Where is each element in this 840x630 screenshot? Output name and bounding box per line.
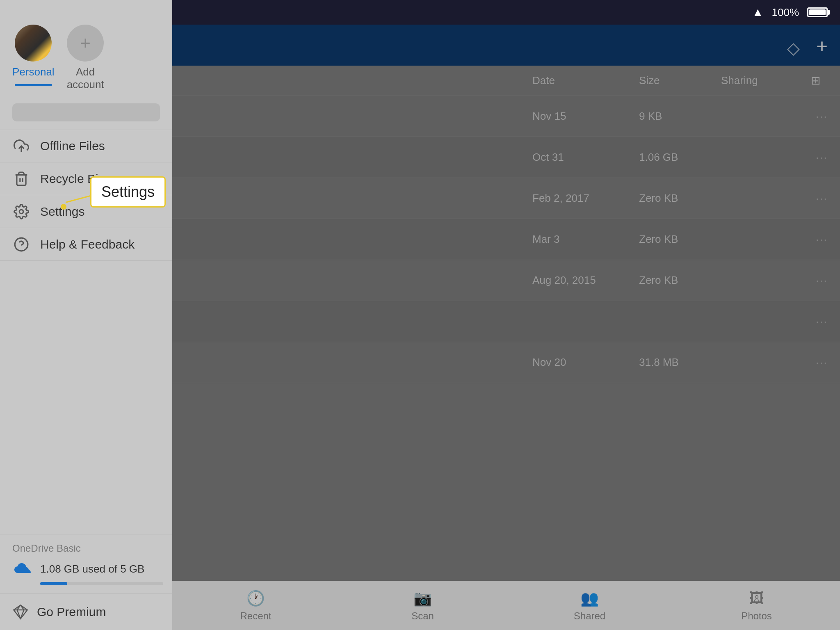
svg-point-3	[19, 210, 23, 214]
wifi-icon: ▲	[752, 6, 764, 19]
file-more-button[interactable]: ···	[803, 274, 828, 287]
add-account-label: Addaccount	[67, 66, 104, 91]
file-date: Mar 3	[532, 233, 639, 246]
add-account-button[interactable]: +	[67, 25, 104, 62]
camera-icon: 📷	[413, 590, 432, 607]
tab-bar: 🕐 Recent 📷 Scan 👥 Shared 🖼 Photos	[172, 581, 840, 630]
status-bar: ▲ 100%	[172, 0, 840, 25]
grid-view-icon: ⊞	[811, 74, 820, 87]
file-more-button[interactable]: ···	[803, 151, 828, 164]
storage-bar-fill	[40, 582, 67, 585]
offline-label: Offline Files	[40, 139, 105, 153]
table-row[interactable]: Mar 3 Zero KB ···	[172, 219, 840, 260]
tab-scan[interactable]: 📷 Scan	[339, 581, 506, 630]
file-more-button[interactable]: ···	[803, 110, 828, 123]
col-date-header: Date	[532, 74, 639, 87]
people-icon: 👥	[580, 590, 599, 607]
personal-label: Personal	[12, 66, 55, 78]
tab-recent-label: Recent	[240, 610, 271, 622]
battery-percent: 100%	[772, 6, 799, 19]
help-label: Help & Feedback	[40, 237, 135, 251]
file-size: Zero KB	[639, 233, 721, 246]
table-row[interactable]: Oct 31 1.06 GB ···	[172, 137, 840, 178]
sidebar-header: Personal + Addaccount	[0, 0, 172, 99]
file-date: Nov 15	[532, 110, 639, 123]
sidebar-item-offline[interactable]: Offline Files	[0, 130, 172, 162]
search-bar[interactable]	[12, 103, 160, 121]
col-size-header: Size	[639, 74, 721, 87]
file-date: Aug 20, 2015	[532, 274, 639, 287]
file-more-button[interactable]: ···	[803, 233, 828, 246]
file-list: Nov 15 9 KB ··· Oct 31 1.06 GB ··· Feb 2…	[172, 96, 840, 630]
file-size: 1.06 GB	[639, 151, 721, 164]
col-grid-header[interactable]: ⊞	[803, 74, 828, 87]
file-more-button[interactable]: ···	[803, 356, 828, 369]
table-row[interactable]: Nov 20 31.8 MB ···	[172, 342, 840, 383]
file-date: Oct 31	[532, 151, 639, 164]
tab-shared[interactable]: 👥 Shared	[506, 581, 673, 630]
file-more-button[interactable]: ···	[803, 192, 828, 205]
table-row[interactable]: ···	[172, 301, 840, 342]
tab-shared-label: Shared	[574, 610, 605, 622]
image-icon: 🖼	[749, 590, 764, 607]
tab-photos-label: Photos	[741, 610, 772, 622]
header-diamond-icon[interactable]: ◇	[787, 39, 800, 57]
app-container: Personal + Addaccount	[0, 0, 840, 630]
column-headers: Date Size Sharing ⊞	[172, 66, 840, 96]
file-more-button[interactable]: ···	[803, 315, 828, 328]
main-content: ▲ 100% ◇ + Date Size Sharing ⊞ Nov 15	[172, 0, 840, 630]
tab-recent[interactable]: 🕐 Recent	[172, 581, 339, 630]
table-row[interactable]: Nov 15 9 KB ···	[172, 96, 840, 137]
avatar	[15, 25, 52, 62]
clock-icon: 🕐	[247, 590, 265, 607]
settings-tooltip: Settings	[90, 176, 166, 208]
account-underline	[15, 84, 52, 86]
cloud-storage-icon	[12, 561, 33, 577]
storage-row: 1.08 GB used of 5 GB	[12, 561, 160, 577]
tab-photos[interactable]: 🖼 Photos	[673, 581, 840, 630]
file-size: Zero KB	[639, 192, 721, 205]
table-row[interactable]: Feb 2, 2017 Zero KB ···	[172, 178, 840, 219]
file-size: 31.8 MB	[639, 356, 721, 369]
storage-usage: 1.08 GB used of 5 GB	[40, 563, 144, 575]
plus-icon: +	[80, 34, 91, 52]
file-date: Feb 2, 2017	[532, 192, 639, 205]
sidebar-item-help[interactable]: Help & Feedback	[0, 228, 172, 261]
svg-marker-6	[14, 605, 27, 619]
file-size: 9 KB	[639, 110, 721, 123]
cloud-upload-icon	[12, 137, 30, 155]
file-date: Nov 20	[532, 356, 639, 369]
file-size: Zero KB	[639, 274, 721, 287]
diamond-icon	[12, 604, 29, 620]
storage-section: OneDrive Basic 1.08 GB used of 5 GB	[0, 534, 172, 593]
sidebar: Personal + Addaccount	[0, 0, 172, 630]
storage-title: OneDrive Basic	[12, 543, 160, 554]
tooltip-dot	[61, 204, 66, 210]
table-row[interactable]: Aug 20, 2015 Zero KB ···	[172, 260, 840, 301]
tab-scan-label: Scan	[411, 610, 434, 622]
gear-icon	[12, 203, 30, 221]
premium-label: Go Premium	[37, 605, 106, 619]
sidebar-footer[interactable]: Go Premium	[0, 593, 172, 630]
col-sharing-header: Sharing	[721, 74, 803, 87]
battery-fill	[809, 9, 826, 15]
question-icon	[12, 235, 30, 253]
storage-bar	[40, 582, 163, 585]
header-add-button[interactable]: +	[816, 35, 828, 57]
battery-icon	[807, 7, 828, 17]
personal-account[interactable]: Personal	[12, 25, 55, 86]
add-account-item[interactable]: + Addaccount	[67, 25, 104, 91]
trash-icon	[12, 170, 30, 188]
avatar-image	[15, 25, 52, 62]
